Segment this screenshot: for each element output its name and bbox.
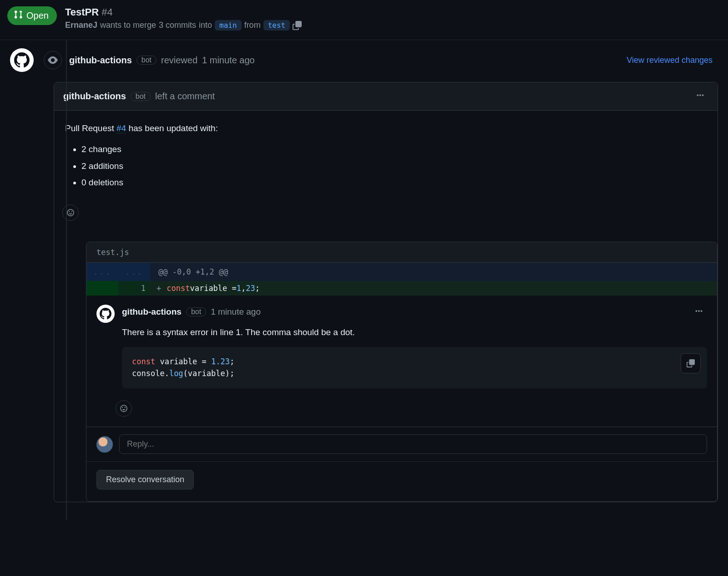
github-avatar[interactable] xyxy=(10,48,34,72)
inline-timestamp: 1 minute ago xyxy=(211,307,261,317)
reaction-row xyxy=(54,203,718,231)
kebab-icon[interactable] xyxy=(691,305,707,320)
pr-title-text: TestPR xyxy=(65,6,99,18)
tok: const xyxy=(167,284,190,293)
bot-badge: bot xyxy=(136,56,157,65)
code-line-1: const variable = 1.23; xyxy=(132,356,697,368)
list-item: 2 changes xyxy=(81,143,707,156)
hunk-gutter-left[interactable]: ... xyxy=(86,263,118,281)
copy-code-button[interactable] xyxy=(681,353,701,373)
hunk-gutter-right[interactable]: ... xyxy=(118,263,150,281)
pr-header: Open TestPR #4 ErnaneJ wants to merge 3 … xyxy=(0,0,728,40)
review-event: github-actions bot reviewed 1 minute ago… xyxy=(10,48,718,72)
inline-comment: github-actions bot 1 minute ago There is… xyxy=(86,296,717,392)
comment-body-suffix: has been updated with: xyxy=(126,123,218,133)
pr-meta: ErnaneJ wants to merge 3 commits into ma… xyxy=(65,20,302,31)
merge-text-a: wants to merge xyxy=(100,20,156,30)
comment-body-prefix: Pull Request xyxy=(65,123,116,133)
list-item: 2 additions xyxy=(81,159,707,173)
view-reviewed-changes-link[interactable]: View reviewed changes xyxy=(627,56,713,65)
review-actor[interactable]: github-actions xyxy=(69,55,132,66)
comment-header: github-actions bot left a comment xyxy=(54,82,718,111)
review-event-text: github-actions bot reviewed 1 minute ago xyxy=(69,55,619,66)
pr-icon xyxy=(14,10,23,21)
code-line: + const variable = 1 , 23 ; xyxy=(150,281,266,296)
review-action: reviewed xyxy=(161,55,197,66)
merge-text-b: into xyxy=(199,20,212,30)
diff-filename[interactable]: test.js xyxy=(86,242,717,263)
inline-header: github-actions bot 1 minute ago xyxy=(122,305,707,320)
add-reaction-button[interactable] xyxy=(116,400,132,417)
comment-body: Pull Request #4 has been updated with: 2… xyxy=(54,111,718,203)
diff-box: test.js ... ... @@ -0,0 +1,2 @@ 1 + cons… xyxy=(86,242,718,502)
pr-state-label: Open xyxy=(26,10,49,21)
resolve-row: Resolve conversation xyxy=(86,461,717,501)
review-comment-box: github-actions bot left a comment Pull R… xyxy=(54,82,718,502)
tok: ; xyxy=(255,284,260,293)
add-reaction-button[interactable] xyxy=(62,204,79,221)
tok: (variable); xyxy=(183,369,235,378)
review-timestamp: 1 minute ago xyxy=(202,55,255,66)
inline-comment-text: There is a syntax error in line 1. The c… xyxy=(122,326,707,339)
pr-author[interactable]: ErnaneJ xyxy=(65,20,97,30)
tok: , xyxy=(241,284,246,293)
reply-row xyxy=(86,427,717,461)
timeline: github-actions bot reviewed 1 minute ago… xyxy=(0,40,728,520)
diff-code-row: 1 + const variable = 1 , 23 ; xyxy=(86,281,717,296)
suggestion-code-block: const variable = 1.23; console.log(varia… xyxy=(122,347,707,388)
hunk-header: @@ -0,0 +1,2 @@ xyxy=(150,263,237,281)
inline-actor[interactable]: github-actions xyxy=(122,307,182,317)
tok: 1 xyxy=(237,284,241,293)
tok: const xyxy=(132,357,155,366)
inline-bot-badge: bot xyxy=(186,307,206,316)
comment-action: left a comment xyxy=(155,91,215,102)
pr-link[interactable]: #4 xyxy=(116,123,126,133)
timeline-line xyxy=(66,40,67,520)
pr-title: TestPR #4 xyxy=(65,6,302,18)
tok: log xyxy=(169,369,183,378)
pr-number: #4 xyxy=(101,6,112,18)
eye-icon xyxy=(44,51,62,69)
code-gutter-new: 1 xyxy=(118,281,150,296)
reply-input[interactable] xyxy=(119,434,707,454)
code-line-2: console.log(variable); xyxy=(132,368,697,380)
pr-title-block: TestPR #4 ErnaneJ wants to merge 3 commi… xyxy=(65,6,302,31)
resolve-conversation-button[interactable]: Resolve conversation xyxy=(96,470,194,489)
comment-bot-badge: bot xyxy=(131,92,151,101)
tok: 23 xyxy=(246,284,255,293)
code-gutter-old xyxy=(86,281,118,296)
inline-reaction-row xyxy=(86,392,717,427)
base-branch-chip[interactable]: main xyxy=(215,20,242,31)
copy-branch-icon[interactable] xyxy=(293,21,302,30)
user-avatar[interactable] xyxy=(96,436,113,453)
pr-commits: 3 commits xyxy=(159,20,196,30)
tok: variable = xyxy=(155,357,211,366)
diff-plus: + xyxy=(157,284,161,293)
comment-bullet-list: 2 changes 2 additions 0 deletions xyxy=(81,143,707,189)
tok: ; xyxy=(230,357,234,366)
kebab-icon[interactable] xyxy=(692,89,708,104)
github-avatar[interactable] xyxy=(96,305,115,323)
head-branch-chip[interactable]: test xyxy=(263,20,290,31)
tok: 1.23 xyxy=(211,357,230,366)
list-item: 0 deletions xyxy=(81,176,707,189)
hunk-row: ... ... @@ -0,0 +1,2 @@ xyxy=(86,263,717,281)
comment-actor[interactable]: github-actions xyxy=(63,91,126,102)
pr-state-badge: Open xyxy=(7,6,57,25)
tok: variable = xyxy=(190,284,236,293)
inline-body: github-actions bot 1 minute ago There is… xyxy=(122,305,707,389)
tok: console. xyxy=(132,369,169,378)
from-text: from xyxy=(244,20,261,30)
